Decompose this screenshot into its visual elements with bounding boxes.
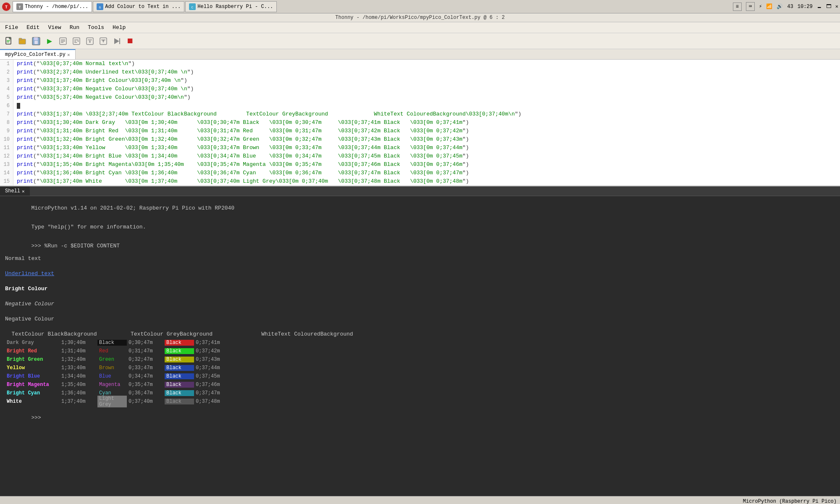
thonny-tab-icon: T: [16, 3, 23, 10]
titlebar-tab-addcolour[interactable]: G Add Colour to Text in ...: [93, 1, 184, 12]
code-line-8: 8 print("\033[1;30;40m Dark Gray \033[0m…: [0, 118, 840, 127]
shell-micropython-info: MicroPython v1.14 on 2021-02-02; Raspber…: [5, 199, 835, 218]
shell-container: Shell ✕ MicroPython v1.14 on 2021-02-02;…: [0, 186, 840, 496]
battery-label: 43: [787, 4, 793, 10]
main-layout: mpyPico_ColorText.py ✕ 1 print("\033[0;3…: [0, 49, 840, 496]
browser-icon-2: C: [189, 3, 196, 10]
color-row-6: Bright Magenta 1;35;40m Magenta 0;35;47m…: [5, 381, 835, 389]
pathbar-text: Thonny - /home/pi/WorksPico/mpyPico_Colo…: [335, 15, 504, 21]
code-line-14: 14 print("\033[1;36;40m Bright Cyan \033…: [0, 169, 840, 177]
keyboard-icon[interactable]: ⌨: [746, 2, 755, 11]
titlebar-tab-thonny[interactable]: T Thonny - /home/pi/...: [13, 1, 92, 12]
color-row-8: White 1;37;40m Light Grey 0;37;40m Black…: [5, 397, 835, 406]
titlebar: T T Thonny - /home/pi/... G Add Colour t…: [0, 0, 840, 13]
titlebar-tabs: T Thonny - /home/pi/... G Add Colour to …: [13, 1, 733, 12]
shell-output-bright: Bright Colour: [5, 286, 835, 293]
color-row-7: Bright Cyan 1;36;40m Cyan 0;36;47m Black…: [5, 389, 835, 397]
code-line-15: 15 print("\033[1;37;40m White \033[0m 1;…: [0, 177, 840, 186]
save-button[interactable]: [30, 35, 42, 47]
svg-text:G: G: [99, 5, 101, 9]
run-button[interactable]: ▶: [44, 35, 55, 47]
menu-edit[interactable]: Edit: [25, 24, 41, 32]
shell-help-text: Type "help()" for more information.: [5, 218, 835, 236]
code-area[interactable]: 1 print("\033[0;37;40m Normal text\n") 2…: [0, 60, 840, 186]
color-row-1: Dark Gray 1;30;40m Black 0;30;47m Black …: [5, 339, 835, 347]
menu-help[interactable]: Help: [111, 24, 127, 32]
step-over-button[interactable]: [71, 35, 82, 47]
browser-icon-1: G: [97, 3, 103, 10]
bluetooth-icon: ⚡: [759, 3, 762, 10]
editor-container: mpyPico_ColorText.py ✕ 1 print("\033[0;3…: [0, 49, 840, 186]
resume-button[interactable]: [111, 35, 123, 47]
shell-output-underline: Underlined text: [5, 270, 835, 278]
step-out-button[interactable]: [97, 35, 109, 47]
menu-view[interactable]: View: [46, 24, 63, 32]
editor-tab-label: mpyPico_ColorText.py: [5, 52, 66, 58]
svg-text:C: C: [192, 5, 194, 9]
new-button[interactable]: [3, 35, 15, 47]
minimize-button[interactable]: 🗕: [817, 3, 822, 10]
titlebar-tab-thonny-label: Thonny - /home/pi/...: [25, 4, 88, 10]
editor-tab-main[interactable]: mpyPico_ColorText.py ✕: [0, 49, 76, 59]
svg-rect-12: [19, 38, 22, 40]
svg-rect-15: [34, 41, 38, 44]
shell-color-headers: TextColour BlackBackground TextColour Gr…: [5, 331, 835, 339]
shell-tab-label: Shell: [5, 188, 20, 194]
shell-tab-close[interactable]: ✕: [22, 189, 25, 194]
col-header-grey: TextColour GreyBackground: [114, 331, 232, 339]
editor-tabs: mpyPico_ColorText.py ✕: [0, 49, 840, 60]
svg-rect-14: [34, 37, 38, 40]
stop-button[interactable]: ⏹: [124, 35, 136, 47]
shell-prompt-line: >>>: [5, 408, 835, 427]
menu-run[interactable]: Run: [68, 24, 81, 32]
code-line-10: 10 print("\033[1;32;40m Bright Green\033…: [0, 135, 840, 144]
svg-rect-9: [7, 40, 10, 41]
statusbar: MicroPython (Raspberry Pi Pico): [0, 496, 840, 504]
thonny-logo-icon: T: [2, 2, 11, 11]
menu-file[interactable]: File: [3, 24, 20, 32]
shell-tab[interactable]: Shell ✕: [0, 186, 30, 196]
menu-tools[interactable]: Tools: [86, 24, 106, 32]
code-line-6: 6: [0, 102, 840, 110]
code-line-4: 4 print("\033[3;37;40m Negative Colour\0…: [0, 85, 840, 93]
color-row-5: Bright Blue 1;34;40m Blue 0;34;47m Black…: [5, 372, 835, 381]
code-line-7: 7 print("\033[1;37;40m \033[2;37;40m Tex…: [0, 110, 840, 118]
shell-output[interactable]: MicroPython v1.14 on 2021-02-02; Raspber…: [0, 196, 840, 496]
statusbar-text: MicroPython (Raspberry Pi Pico): [743, 499, 837, 504]
code-line-13: 13 print("\033[1;35;40m Bright Magenta\0…: [0, 160, 840, 169]
code-line-2: 2 print("\033[2;37;40m Underlined text\0…: [0, 68, 840, 76]
editor-tab-close[interactable]: ✕: [67, 52, 70, 58]
code-line-12: 12 print("\033[1;34;40m Bright Blue \033…: [0, 152, 840, 160]
color-row-3: Bright Green 1;32;40m Green 0;32;47m Bla…: [5, 355, 835, 364]
col-header-white: WhiteText ColouredBackground: [232, 331, 349, 339]
code-line-9: 9 print("\033[1;31;40m Bright Red \033[0…: [0, 127, 840, 135]
open-button[interactable]: [17, 35, 29, 47]
hamburger-icon[interactable]: ≡: [733, 3, 742, 11]
volume-icon: 🔊: [777, 3, 783, 10]
titlebar-tab-addcolour-label: Add Colour to Text in ...: [105, 4, 181, 10]
wifi-icon: 📶: [766, 3, 772, 10]
color-row-2: Bright Red 1;31;40m Red 0;31;47m Black 0…: [5, 347, 835, 355]
col-header-black: TextColour BlackBackground: [5, 331, 114, 339]
shell-output-negative: Negative Colour: [5, 316, 835, 323]
maximize-button[interactable]: 🗖: [826, 3, 831, 10]
shell-tabs: Shell ✕: [0, 186, 840, 196]
step-into-button[interactable]: [84, 35, 96, 47]
pathbar: Thonny - /home/pi/WorksPico/mpyPico_Colo…: [0, 13, 840, 22]
menubar: File Edit View Run Tools Help: [0, 22, 840, 33]
close-button[interactable]: ✕: [835, 3, 838, 10]
code-line-1: 1 print("\033[0;37;40m Normal text\n"): [0, 60, 840, 68]
color-row-4: Yellow 1;33;40m Brown 0;33;47m Black 0;3…: [5, 364, 835, 372]
titlebar-tab-hello-label: Hello Raspberry Pi - C...: [197, 4, 273, 10]
shell-output-negative-italic: Negative Colour: [5, 301, 835, 308]
code-line-3: 3 print("\033[1;37;40m Bright Colour\033…: [0, 76, 840, 85]
code-line-5: 5 print("\033[5;37;40m Negative Colour\0…: [0, 93, 840, 102]
svg-text:T: T: [18, 5, 21, 10]
shell-output-normal: Normal text: [5, 255, 835, 263]
svg-rect-10: [7, 42, 9, 42]
debug-button[interactable]: [57, 35, 69, 47]
toolbar: ▶ ⏹: [0, 33, 840, 49]
code-line-11: 11 print("\033[1;33;40m Yellow \033[0m 1…: [0, 144, 840, 152]
titlebar-tab-hello[interactable]: C Hello Raspberry Pi - C...: [185, 1, 277, 12]
shell-run-cmd: >>> %Run -c $EDITOR CONTENT: [5, 236, 835, 255]
